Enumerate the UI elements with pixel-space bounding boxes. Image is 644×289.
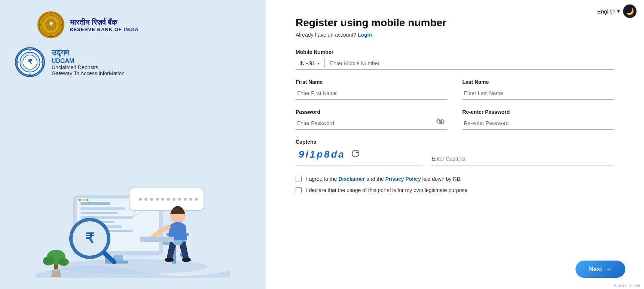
svg-point-40 — [161, 198, 164, 201]
next-button-label: Next — [589, 266, 602, 273]
country-chevron-icon: ▾ — [317, 61, 319, 66]
svg-rect-23 — [80, 207, 125, 210]
svg-point-45 — [189, 198, 192, 201]
svg-point-39 — [156, 198, 159, 201]
registration-form: Mobile Number IN - 91 ▾ First Name Last … — [296, 49, 614, 193]
language-label: English — [597, 8, 616, 15]
svg-point-30 — [79, 199, 81, 201]
checkboxes: I agree to the Disclaimer and the Privac… — [296, 176, 614, 193]
svg-point-42 — [173, 198, 176, 201]
svg-point-5 — [50, 35, 52, 36]
disclaimer-text1: I agree to the — [306, 176, 337, 182]
checkbox-disclaimer-row: I agree to the Disclaimer and the Privac… — [296, 176, 614, 182]
checkbox-declare-row: I declare that the usage of this portal … — [296, 187, 614, 193]
country-code-selector[interactable]: IN - 91 ▾ — [296, 57, 323, 69]
disclaimer-text2: and the — [366, 176, 385, 182]
rbi-hindi-name: भारतीय रिज़र्व बैंक — [70, 18, 139, 27]
svg-point-46 — [195, 198, 198, 201]
mobile-row: IN - 91 ▾ — [296, 57, 614, 70]
svg-point-41 — [167, 198, 170, 201]
password-input-wrapper — [296, 117, 448, 130]
svg-point-7 — [61, 24, 62, 25]
declare-checkbox[interactable] — [296, 187, 302, 193]
svg-point-63 — [58, 258, 69, 266]
login-hint-text: Already have an account? — [296, 32, 356, 38]
udgam-hindi-name: उद्गम — [52, 48, 125, 58]
dark-mode-button[interactable]: 🌙 — [623, 4, 637, 18]
captcha-input[interactable] — [430, 153, 614, 165]
last-name-group: Last Name — [463, 79, 614, 100]
login-link[interactable]: Login — [358, 32, 372, 38]
udgam-english-name: UDGAM — [52, 58, 125, 64]
captcha-section: Captcha 9i1p8da — [296, 139, 614, 165]
name-row: First Name Last Name — [296, 79, 614, 100]
disclaimer-label: I agree to the Disclaimer and the Privac… — [306, 176, 462, 182]
udgam-text: उद्गम UDGAM Unclaimed Deposits Gateway T… — [52, 48, 125, 76]
mobile-divider — [324, 59, 325, 68]
disclaimer-link[interactable]: Disclaimer — [338, 176, 365, 182]
disclaimer-text3: laid down by RBI — [422, 176, 462, 182]
disclaimer-checkbox[interactable] — [296, 176, 302, 182]
mobile-number-input[interactable] — [326, 57, 614, 69]
mobile-label: Mobile Number — [296, 49, 614, 55]
repassword-group: Re-enter Password — [463, 109, 614, 130]
first-name-label: First Name — [296, 79, 448, 85]
country-code-value: IN - 91 — [299, 60, 315, 66]
illustration-area: ₹ — [15, 88, 251, 278]
svg-rect-22 — [80, 202, 110, 205]
svg-point-37 — [144, 198, 147, 201]
repassword-input[interactable] — [463, 117, 614, 130]
refresh-captcha-icon[interactable] — [351, 149, 360, 159]
svg-point-6 — [39, 24, 41, 25]
first-name-input[interactable] — [296, 87, 448, 100]
rbi-logo-area: ₹ भारतीय रिज़र्व बैंक RESERVE BANK OF IN… — [37, 11, 139, 38]
rbi-emblem: ₹ — [37, 11, 64, 38]
svg-point-38 — [150, 198, 153, 201]
language-selector[interactable]: English ▾ — [597, 8, 620, 15]
rbi-english-name: RESERVE BANK OF INDIA — [70, 27, 139, 32]
svg-point-31 — [82, 199, 85, 201]
password-input[interactable] — [296, 117, 448, 130]
password-group: Password — [296, 109, 448, 130]
top-bar: English ▾ 🌙 — [590, 0, 644, 22]
svg-text:₹: ₹ — [85, 231, 95, 246]
captcha-display: 9i1p8da — [296, 147, 423, 165]
svg-point-4 — [50, 13, 52, 15]
login-hint: Already have an account? Login — [296, 32, 614, 38]
last-name-input[interactable] — [463, 87, 614, 100]
svg-point-36 — [139, 198, 142, 201]
svg-text:₹: ₹ — [49, 21, 53, 27]
svg-point-15 — [41, 61, 43, 63]
chevron-down-icon: ▾ — [617, 8, 620, 15]
page-title: Register using mobile number — [296, 17, 614, 29]
svg-point-43 — [178, 198, 181, 201]
password-label: Password — [296, 109, 448, 115]
udgam-subtitle1: Unclaimed Deposits — [52, 64, 125, 70]
right-panel: Register using mobile number Already hav… — [266, 0, 644, 289]
declare-label: I declare that the usage of this portal … — [306, 187, 467, 193]
svg-point-57 — [165, 258, 174, 262]
password-toggle-icon[interactable] — [436, 118, 445, 126]
captcha-input-group — [430, 153, 614, 165]
udgam-logo-area: ₹ उद्गम UDGAM Unclaimed Deposits Gateway… — [15, 47, 125, 77]
rbi-text: भारतीय रिज़र्व बैंक RESERVE BANK OF INDI… — [70, 18, 139, 32]
svg-point-12 — [29, 49, 31, 51]
svg-point-14 — [17, 61, 19, 63]
repassword-label: Re-enter Password — [463, 109, 614, 115]
svg-rect-59 — [140, 237, 174, 242]
main-layout: ₹ भारतीय रिज़र्व बैंक RESERVE BANK OF IN… — [0, 0, 644, 289]
last-name-label: Last Name — [463, 79, 614, 85]
svg-point-58 — [182, 258, 191, 262]
svg-point-62 — [43, 256, 54, 265]
left-panel: ₹ भारतीय रिज़र्व बैंक RESERVE BANK OF IN… — [0, 0, 266, 289]
svg-text:₹: ₹ — [28, 58, 32, 66]
svg-point-32 — [86, 199, 88, 201]
privacy-policy-link[interactable]: Privacy Policy — [385, 176, 421, 182]
udgam-emblem: ₹ — [15, 47, 45, 77]
svg-rect-24 — [80, 212, 118, 214]
first-name-group: First Name — [296, 79, 448, 100]
footer-text: RIGHTS TO USE — [614, 284, 640, 288]
svg-point-44 — [184, 198, 187, 201]
arrow-right-icon: → — [606, 266, 612, 273]
next-button[interactable]: Next → — [576, 261, 625, 278]
